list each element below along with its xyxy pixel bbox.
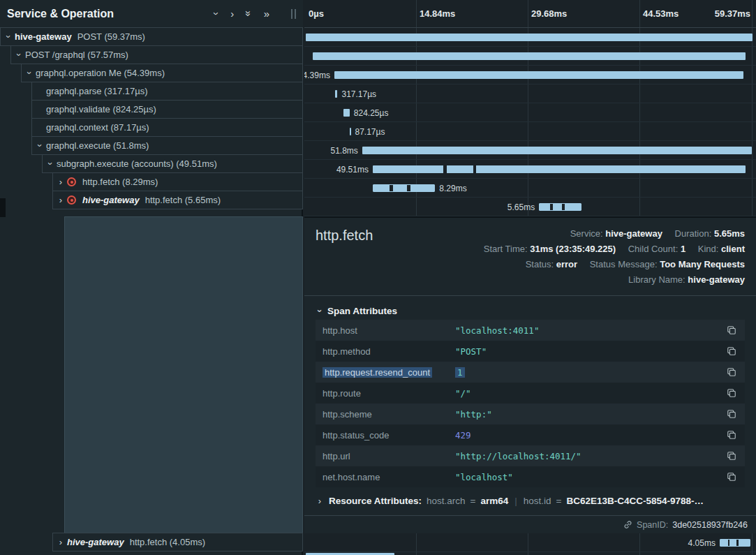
span-id-label: SpanID: — [637, 520, 668, 530]
bar-duration-label: 51.8ms — [331, 146, 358, 156]
bar-duration-label: 8.29ms — [439, 184, 466, 193]
copy-button[interactable] — [725, 450, 738, 462]
chevron-right-icon[interactable]: › — [230, 8, 234, 19]
copy-button[interactable] — [725, 366, 738, 378]
span-attributes-toggle[interactable]: › Span Attributes — [316, 302, 745, 320]
error-status-icon — [67, 177, 76, 186]
span-bar[interactable] — [362, 147, 752, 154]
copy-button[interactable] — [725, 387, 738, 399]
resource-attributes-row[interactable]: › Resource Attributes: host.arch = arm64… — [316, 496, 745, 506]
chevron-down-icon[interactable]: › — [25, 69, 34, 77]
timeline-row[interactable]: 5.65ms — [304, 198, 756, 216]
meta-value: error — [556, 259, 577, 269]
attr-row[interactable]: http.scheme "http:" — [316, 404, 745, 424]
span-label: POST /graphql (57.57ms) — [25, 50, 128, 60]
span-bar[interactable] — [334, 71, 743, 79]
span-row[interactable]: › graphql.validate (824.25µs) — [31, 100, 303, 119]
attr-row[interactable]: http.url "http://localhost:4011/" — [316, 445, 745, 466]
span-bar[interactable] — [373, 165, 746, 173]
copy-button[interactable] — [725, 471, 738, 483]
attr-row[interactable]: http.status_code 429 — [316, 424, 745, 445]
span-detail-panel: http.fetch Service: hive-gateway Duratio… — [304, 216, 756, 533]
span-row[interactable]: › graphql.operation Me (54.39ms) — [21, 64, 303, 82]
copy-button[interactable] — [725, 429, 738, 441]
selected-span-children-region[interactable] — [64, 216, 303, 533]
resource-attributes-heading: Resource Attributes: — [329, 496, 422, 506]
resource-key: host.arch — [427, 496, 466, 506]
span-bar[interactable] — [306, 34, 753, 41]
span-row[interactable]: › hive-gateway http.fetch (4.05ms) — [52, 533, 303, 552]
equals-sign: = — [556, 496, 562, 506]
timeline-row[interactable]: 54.39ms — [304, 66, 756, 84]
span-label: graphql.parse (317.17µs) — [46, 86, 148, 96]
attr-key: net.host.name — [323, 472, 455, 482]
span-row[interactable]: › http.fetch (8.29ms) — [52, 172, 303, 191]
chevron-right-icon[interactable]: › — [57, 177, 65, 186]
attr-row[interactable]: http.route "/" — [316, 383, 745, 404]
resource-key: host.id — [524, 496, 551, 506]
span-bar[interactable] — [343, 109, 350, 117]
span-bar[interactable] — [350, 128, 351, 135]
double-chevron-right-icon[interactable]: » — [264, 8, 269, 19]
timeline-row[interactable]: 87.17µs — [304, 122, 756, 141]
span-bar[interactable] — [373, 184, 435, 192]
selection-edge-marker — [0, 198, 6, 217]
timeline-row[interactable]: 317.17µs — [304, 84, 756, 103]
span-bar[interactable] — [335, 90, 337, 98]
chevron-down-icon[interactable]: › — [212, 12, 222, 15]
attr-key: http.route — [323, 388, 455, 399]
chevron-right-icon[interactable]: › — [57, 195, 65, 205]
chevron-right-icon[interactable]: › — [57, 538, 65, 547]
timeline-rows: 54.39ms 317.17µs 824.25µs 87.17µs 51.8ms… — [304, 28, 756, 216]
timeline-row[interactable]: 51.8ms — [304, 141, 756, 160]
ruler-tick: 44.53ms — [643, 8, 679, 19]
span-bar[interactable] — [720, 539, 750, 547]
span-tree-panel: Service & Operation › › » » › hive-gatew… — [0, 0, 303, 555]
resize-handle-icon[interactable] — [291, 9, 296, 19]
chevron-down-icon[interactable]: › — [4, 33, 13, 41]
span-label: graphql.operation Me (54.39ms) — [36, 68, 165, 78]
chevron-down-icon[interactable]: › — [36, 142, 45, 150]
span-row[interactable]: › POST /graphql (57.57ms) — [10, 45, 303, 64]
bar-duration-label: 5.65ms — [507, 202, 535, 212]
span-row-selected[interactable]: › hive-gateway http.fetch (5.65ms) — [52, 191, 303, 209]
chevron-down-icon[interactable]: › — [15, 51, 24, 59]
span-row[interactable]: › graphql.parse (317.17µs) — [31, 82, 303, 101]
timeline-row[interactable]: 4.05ms — [304, 533, 756, 552]
attr-value: "localhost" — [455, 472, 725, 482]
meta-value: 1 — [681, 244, 685, 254]
attr-key: http.url — [323, 451, 455, 461]
meta-line: Status: error Status Message: Too Many R… — [484, 257, 745, 272]
attr-row[interactable]: http.host "localhost:4011" — [316, 320, 745, 341]
timeline-row[interactable]: 49.51ms — [304, 160, 756, 179]
span-id-value[interactable]: 3de02518937fb246 — [672, 520, 748, 530]
panel-title: Service & Operation — [7, 8, 114, 20]
ruler-tick: 59.37ms — [715, 8, 750, 19]
chevron-down-icon: › — [316, 306, 325, 315]
attr-value: 1 — [455, 367, 725, 378]
attr-row[interactable]: net.host.name "localhost" — [316, 466, 745, 487]
span-row[interactable]: › graphql.context (87.17µs) — [31, 118, 303, 137]
service-name: hive-gateway — [82, 195, 140, 205]
attr-row-selected[interactable]: http.request.resend_count 1 — [316, 362, 745, 383]
timeline-row[interactable]: 8.29ms — [304, 179, 756, 198]
span-row-root[interactable]: › hive-gateway POST (59.37ms) — [0, 27, 303, 46]
timeline-row[interactable]: 824.25µs — [304, 103, 756, 122]
copy-button[interactable] — [725, 324, 738, 336]
double-chevron-down-icon[interactable]: » — [244, 10, 254, 16]
meta-value: Too Many Requests — [660, 259, 745, 269]
timeline-row[interactable] — [304, 28, 756, 47]
copy-button[interactable] — [725, 408, 738, 420]
span-bar[interactable] — [313, 52, 746, 60]
timeline-row[interactable] — [304, 47, 756, 66]
span-bar[interactable] — [539, 203, 581, 211]
chevron-right-icon[interactable]: › — [316, 496, 324, 505]
chevron-down-icon[interactable]: › — [46, 160, 55, 168]
span-row[interactable]: › graphql.execute (51.8ms) — [31, 136, 303, 155]
meta-label: Status: — [526, 259, 554, 269]
meta-value: 31ms (23:35:49.225) — [530, 244, 616, 254]
span-row[interactable]: › subgraph.execute (accounts) (49.51ms) — [42, 154, 303, 173]
attr-row[interactable]: http.method "POST" — [316, 341, 745, 362]
span-label: graphql.context (87.17µs) — [46, 122, 149, 133]
copy-button[interactable] — [725, 345, 738, 357]
